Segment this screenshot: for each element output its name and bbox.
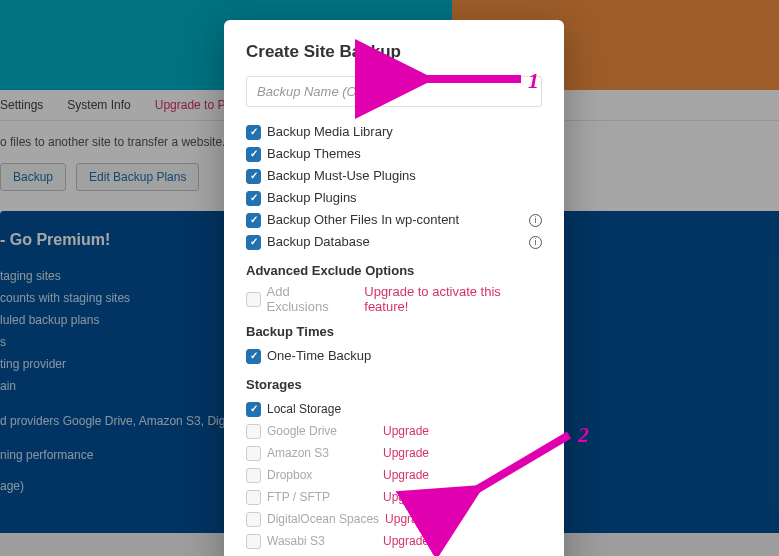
add-exclusions-row: Add Exclusions Upgrade to activate this … [246,284,542,314]
create-backup-modal: Create Site Backup Backup Media LibraryB… [224,20,564,556]
checkbox-icon [246,147,261,162]
backup-option-label: Backup Must-Use Plugins [267,165,542,187]
upgrade-link[interactable]: Upgrade [383,486,429,508]
storage-name: FTP / SFTP [267,486,377,508]
backup-times-title: Backup Times [246,324,542,339]
add-exclusions-checkbox [246,292,261,307]
backup-option-row[interactable]: Backup Other Files In wp-contenti [246,209,542,231]
checkbox-icon [246,349,261,364]
checkbox-icon [246,512,261,527]
checkbox-icon [246,424,261,439]
annotation-number-1: 1 [528,68,539,94]
storage-row: DigitalOcean SpacesUpgrade [246,508,542,530]
upgrade-link[interactable]: Upgrade [383,552,429,556]
storage-name: Generic S3 [267,552,377,556]
storages-title: Storages [246,377,542,392]
backup-option-label: Backup Themes [267,143,542,165]
storage-row: DropboxUpgrade [246,464,542,486]
checkbox-icon [246,468,261,483]
checkbox-icon [246,235,261,250]
storages-list: Local StorageGoogle DriveUpgradeAmazon S… [246,398,542,556]
upgrade-link[interactable]: Upgrade [383,530,429,552]
modal-title: Create Site Backup [246,42,542,62]
upgrade-link[interactable]: Upgrade [385,508,431,530]
upgrade-link[interactable]: Upgrade [383,420,429,442]
info-icon[interactable]: i [529,236,542,249]
storage-name: Amazon S3 [267,442,377,464]
storage-name: DigitalOcean Spaces [267,508,379,530]
storage-row[interactable]: Local Storage [246,398,542,420]
storage-row: Wasabi S3Upgrade [246,530,542,552]
backup-option-label: Backup Media Library [267,121,542,143]
backup-option-row[interactable]: Backup Themes [246,143,542,165]
backup-option-label: Backup Database [267,231,521,253]
annotation-number-2: 2 [578,422,589,448]
storage-row: Generic S3Upgrade [246,552,542,556]
upgrade-link[interactable]: Upgrade [383,464,429,486]
checkbox-icon [246,213,261,228]
checkbox-icon [246,169,261,184]
storage-row: Amazon S3Upgrade [246,442,542,464]
checkbox-icon [246,534,261,549]
backup-name-input[interactable] [246,76,542,107]
backup-option-label: Backup Other Files In wp-content [267,209,521,231]
checkbox-icon [246,402,261,417]
backup-option-label: Backup Plugins [267,187,542,209]
storage-name: Wasabi S3 [267,530,377,552]
checkbox-icon [246,490,261,505]
checkbox-icon [246,125,261,140]
checkbox-icon [246,191,261,206]
backup-option-row[interactable]: Backup Media Library [246,121,542,143]
storage-row: Google DriveUpgrade [246,420,542,442]
backup-items-section: Backup Media LibraryBackup ThemesBackup … [246,121,542,253]
backup-option-row[interactable]: Backup Must-Use Plugins [246,165,542,187]
storage-name: Dropbox [267,464,377,486]
upgrade-link[interactable]: Upgrade [383,442,429,464]
storage-row: FTP / SFTPUpgrade [246,486,542,508]
one-time-backup-label: One-Time Backup [267,345,542,367]
checkbox-icon [246,446,261,461]
storage-name: Local Storage [267,398,377,420]
backup-option-row[interactable]: Backup Plugins [246,187,542,209]
advanced-exclude-title: Advanced Exclude Options [246,263,542,278]
upgrade-message[interactable]: Upgrade to activate this feature! [364,284,542,314]
backup-option-row[interactable]: Backup Databasei [246,231,542,253]
storage-name: Google Drive [267,420,377,442]
add-exclusions-label: Add Exclusions [267,284,353,314]
info-icon[interactable]: i [529,214,542,227]
one-time-backup-row[interactable]: One-Time Backup [246,345,542,367]
